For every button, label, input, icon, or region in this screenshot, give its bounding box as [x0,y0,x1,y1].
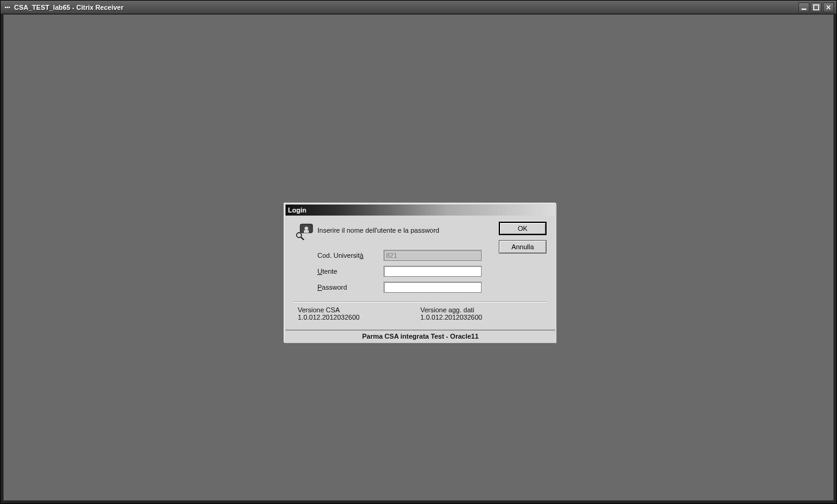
client-area: Login Inserire il nome dell'utente e la … [3,14,834,501]
input-password[interactable] [384,282,482,293]
svg-point-10 [297,233,301,238]
dialog-body: Inserire il nome dell'utente e la passwo… [286,216,555,329]
svg-rect-4 [814,5,819,10]
window-title: CSA_TEST_lab65 - Citrix Receiver [14,4,798,11]
window-titlebar: CSA_TEST_lab65 - Citrix Receiver [1,1,836,14]
close-button[interactable] [823,2,834,12]
svg-point-8 [305,227,308,230]
svg-line-11 [301,237,304,240]
login-dialog: Login Inserire il nome dell'utente e la … [284,203,556,343]
dialog-footer: Parma CSA integrata Test - Oracle11 [286,329,555,342]
label-cod-accel: à [360,252,363,259]
row-utente: Utente [317,263,547,279]
login-icon [294,222,317,240]
version-row: Versione CSA 1.0.012.2012032600 Versione… [294,306,547,325]
citrix-window: CSA_TEST_lab65 - Citrix Receiver Login [0,0,837,504]
svg-point-1 [7,6,8,7]
maximize-button[interactable] [811,2,822,12]
cancel-button[interactable]: Annulla [499,240,547,254]
citrix-app-icon [3,3,12,12]
ok-button[interactable]: OK [499,222,547,235]
input-utente[interactable] [384,266,482,277]
divider [294,301,547,303]
label-cod-pre: Cod. Universit [317,252,360,259]
dialog-title: Login [286,205,555,216]
version-csa-value: 1.0.012.2012032600 [298,314,420,321]
version-agg-value: 1.0.012.2012032600 [420,314,543,321]
label-password-rest: assword [322,284,347,291]
form-area: Cod. Università Utente Password [317,247,547,295]
svg-point-2 [9,6,10,7]
version-csa-label: Versione CSA [298,306,420,314]
label-utente: Utente [317,268,384,275]
version-agg-label: Versione agg. dati [420,306,543,314]
svg-rect-3 [801,9,806,10]
label-utente-rest: tente [322,268,337,275]
window-controls [798,2,834,12]
minimize-button[interactable] [798,2,809,12]
input-cod-universita [384,250,482,261]
row-password: Password [317,279,547,295]
svg-point-0 [5,6,6,7]
label-utente-accel: U [317,268,322,275]
svg-rect-9 [304,230,309,233]
version-csa: Versione CSA 1.0.012.2012032600 [298,306,420,321]
label-password: Password [317,284,384,291]
label-cod-universita: Cod. Università [317,252,384,259]
dialog-buttons: OK Annulla [499,222,547,254]
version-agg: Versione agg. dati 1.0.012.2012032600 [420,306,543,321]
instruction-text: Inserire il nome dell'utente e la passwo… [317,222,439,234]
